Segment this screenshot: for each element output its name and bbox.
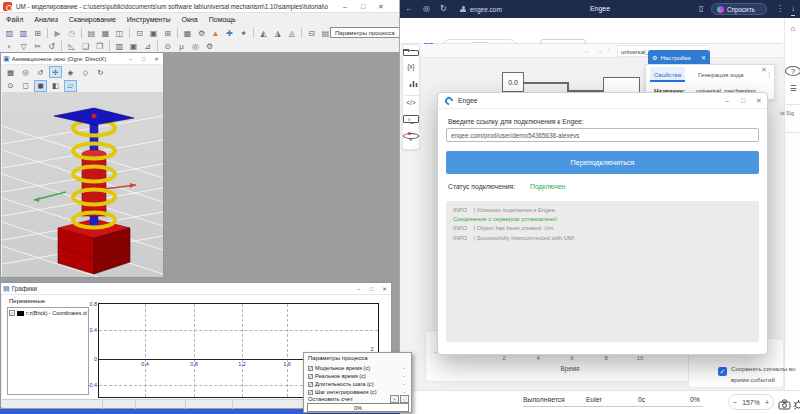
um-toolbar-icon[interactable]: ◫ <box>113 27 126 39</box>
close-icon[interactable]: ✕ <box>701 54 706 61</box>
um-toolbar-icon[interactable]: ⊿ <box>141 40 154 52</box>
animation-tool-icon[interactable]: ✛ <box>49 66 62 78</box>
help-icon[interactable]: ? <box>785 66 800 76</box>
minimize-icon[interactable]: – <box>352 283 365 295</box>
um-toolbar-icon[interactable]: ◐ <box>3 40 16 52</box>
pause-button[interactable]: ▫ <box>400 395 409 403</box>
um-toolbar-icon[interactable]: ✦ <box>237 27 250 39</box>
url-text[interactable]: engee.com <box>470 6 502 13</box>
um-toolbar-icon[interactable]: ⚙ <box>195 27 208 39</box>
um-toolbar-icon[interactable]: ⊙ <box>161 40 174 52</box>
animation-tool-icon[interactable]: ◇ <box>79 66 92 78</box>
um-toolbar-icon[interactable]: ▤ <box>85 27 98 39</box>
zoom-in-button[interactable]: + <box>765 399 769 406</box>
minimize-icon[interactable]: – <box>124 53 137 65</box>
um-toolbar-icon[interactable]: ◎ <box>189 40 202 52</box>
nav-forward-icon[interactable]: → <box>596 44 603 58</box>
menu-windows[interactable]: Окна <box>181 13 197 26</box>
um-toolbar-icon[interactable]: ▣ <box>147 27 160 39</box>
um-toolbar-icon[interactable]: ▥ <box>113 40 126 52</box>
animation-tool-icon[interactable]: ◎ <box>19 66 32 78</box>
close-icon[interactable]: ✕ <box>150 53 163 65</box>
menu-help[interactable]: Помощь <box>209 13 236 26</box>
ask-ai-button[interactable]: Спросить <box>711 3 767 15</box>
animation-view-icon[interactable]: ◧ <box>49 80 62 92</box>
um-toolbar-icon[interactable]: ◺ <box>65 40 78 52</box>
um-toolbar-icon[interactable]: ▽ <box>17 40 30 52</box>
um-toolbar-icon[interactable]: ⊞ <box>31 27 44 39</box>
variable-item[interactable]: ✓ r:z(Brick) - Coordinates of ... <box>8 308 88 318</box>
animation-tool-icon[interactable]: ▦ <box>4 66 17 78</box>
menu-tools[interactable]: Инструменты <box>127 13 171 26</box>
browser-menu-icon[interactable]: ⋮ <box>776 0 784 18</box>
profile-icon[interactable] <box>460 6 467 13</box>
um-toolbar-icon[interactable]: ⊟ <box>305 27 318 39</box>
um-toolbar-icon[interactable]: ▨ <box>3 27 16 39</box>
zoom-out-button[interactable]: − <box>733 399 737 406</box>
snapshot-camera-icon[interactable] <box>778 396 791 414</box>
reconnect-button[interactable]: Переподключиться <box>446 151 759 174</box>
animation-tool-icon[interactable]: ◈ <box>64 66 77 78</box>
maximize-icon[interactable]: □ <box>137 53 150 65</box>
back-icon[interactable]: ← <box>405 0 413 18</box>
settings-close-icon[interactable]: ✕ <box>761 66 767 74</box>
close-icon[interactable]: ✕ <box>372 0 390 13</box>
animation-tool-icon[interactable]: ↻ <box>94 66 107 78</box>
um-toolbar-icon[interactable]: ▶ <box>51 27 64 39</box>
tab-properties[interactable]: Свойства <box>650 67 685 82</box>
sliders-icon[interactable]: ☰ <box>785 84 800 93</box>
variables-icon[interactable]: {x} <box>403 63 419 70</box>
extensions-icon[interactable]: ◎ <box>423 0 430 18</box>
um-toolbar-icon[interactable]: ❏ <box>79 40 92 52</box>
debug-bug-icon[interactable] <box>793 396 800 414</box>
connection-log[interactable]: INFO | Успешно подключен к Engee. Соедин… <box>446 201 759 342</box>
display-block[interactable]: 0.0 <box>502 72 524 92</box>
process-parameters-button[interactable]: Параметры процесса <box>330 27 400 38</box>
checkbox-checked-icon[interactable]: ✓ <box>308 374 313 379</box>
code-icon[interactable]: </> <box>403 99 419 106</box>
maximize-icon[interactable]: □ <box>735 93 751 109</box>
nav-up-icon[interactable]: ↑ <box>607 44 611 58</box>
animation-3d-viewport[interactable] <box>2 92 163 277</box>
um-toolbar-icon[interactable]: ▥ <box>17 27 30 39</box>
stop-button[interactable]: ▪ <box>390 395 399 403</box>
checkbox-checked-icon[interactable]: ✓ <box>308 390 313 395</box>
um-toolbar-icon[interactable]: ◮ <box>271 27 284 39</box>
menu-scanning[interactable]: Сканирование <box>69 13 116 26</box>
um-toolbar-icon[interactable]: ⊡ <box>133 27 146 39</box>
um-toolbar-icon[interactable]: ⊞ <box>161 27 174 39</box>
minimize-icon[interactable]: – <box>336 0 354 13</box>
um-toolbar-icon[interactable]: ❐ <box>93 40 106 52</box>
animation-view-icon[interactable]: ⊙ <box>4 80 17 92</box>
um-toolbar-icon[interactable]: ◭ <box>257 27 270 39</box>
nav-back-icon[interactable]: ← <box>584 44 591 58</box>
checkbox-checked-icon[interactable]: ✓ <box>9 310 15 316</box>
um-toolbar-icon[interactable]: ⚙ <box>203 40 216 52</box>
um-toolbar-icon[interactable]: ✚ <box>223 27 236 39</box>
um-toolbar-icon[interactable]: μ <box>175 40 188 52</box>
menu-analysis[interactable]: Анализ <box>34 13 58 26</box>
um-toolbar-icon[interactable]: ↺ <box>45 40 58 52</box>
settings-pill[interactable]: ⚙ Настройки ✕ <box>648 50 710 64</box>
variables-list[interactable]: ✓ r:z(Brick) - Coordinates of ... <box>7 307 89 395</box>
um-toolbar-icon[interactable]: ▲ <box>209 27 222 39</box>
home-icon[interactable]: ⌂ <box>785 24 800 33</box>
um-toolbar-icon[interactable]: ◷ <box>65 27 78 39</box>
um-toolbar-icon[interactable]: ▣ <box>127 40 140 52</box>
download-icon[interactable]: ↓ <box>791 1 795 16</box>
animation-tool-icon[interactable]: ↺ <box>34 66 47 78</box>
chart-icon[interactable] <box>406 79 422 89</box>
minimize-icon[interactable]: – <box>719 93 735 109</box>
terminal-icon[interactable]: ›_ <box>403 115 419 123</box>
files-icon[interactable] <box>403 50 419 56</box>
animation-view-icon[interactable]: ◼ <box>34 80 47 92</box>
refresh-icon[interactable]: ↻ <box>440 0 447 18</box>
um-toolbar-icon[interactable]: ✂ <box>31 40 44 52</box>
bookmark-icon[interactable]: ▯ <box>699 0 703 18</box>
maximize-icon[interactable]: □ <box>354 0 372 13</box>
connection-link-input[interactable] <box>446 128 759 142</box>
menu-file[interactable]: Файл <box>6 13 23 26</box>
animation-view-icon[interactable]: ◻ <box>19 80 32 92</box>
tab-code-generation[interactable]: Генерация кода <box>694 67 747 82</box>
um-toolbar-icon[interactable]: ▦ <box>181 27 194 39</box>
